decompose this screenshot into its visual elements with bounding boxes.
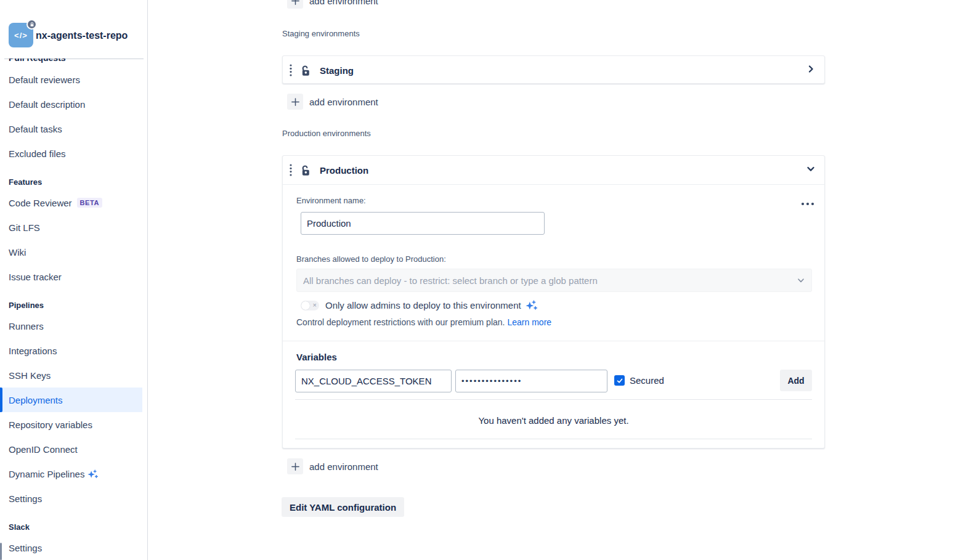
sidebar-item-settings[interactable]: Settings	[0, 486, 142, 511]
toggle-off-icon: ×	[313, 301, 317, 309]
sidebar-item-dynamic-pipelines[interactable]: Dynamic Pipelines	[0, 461, 142, 486]
add-environment-label: add environment	[309, 461, 378, 472]
repo-name[interactable]: nx-agents-test-repo	[36, 30, 128, 41]
plus-icon	[287, 458, 303, 474]
chevron-down-icon	[797, 276, 805, 285]
production-environments-label: Production environments	[282, 129, 371, 138]
variable-value-input[interactable]	[455, 370, 607, 392]
staging-environment-title: Staging	[320, 65, 354, 76]
branches-select-placeholder: All branches can deploy - to restrict: s…	[303, 275, 797, 286]
secured-label: Secured	[630, 375, 664, 386]
environment-options-button[interactable]	[800, 196, 816, 209]
sidebar-label: Settings	[9, 543, 42, 553]
sidebar-item-settings[interactable]: Settings	[0, 535, 142, 560]
add-environment-label: add environment	[309, 97, 378, 107]
add-variable-button[interactable]: Add	[780, 370, 812, 391]
variables-empty-text: You haven't added any variables yet.	[283, 415, 824, 426]
sidebar-item-default-reviewers[interactable]: Default reviewers	[0, 67, 142, 92]
sidebar-label: SSH Keys	[9, 370, 51, 381]
staging-environments-label: Staging environments	[282, 29, 360, 38]
lock-icon	[30, 22, 35, 27]
unlock-icon	[299, 64, 312, 77]
production-card-header[interactable]: Production	[283, 156, 824, 184]
variables-divider	[295, 399, 812, 400]
ellipsis-icon	[801, 202, 814, 206]
sidebar-label: Git LFS	[9, 222, 40, 233]
drag-handle-icon[interactable]	[289, 163, 293, 177]
sidebar-label: OpenID Connect	[9, 444, 78, 455]
code-icon: </>	[14, 31, 28, 40]
sidebar-label: Features	[9, 177, 42, 187]
chevron-down-icon[interactable]	[806, 164, 816, 176]
drag-handle-icon[interactable]	[289, 63, 293, 77]
section-divider	[283, 341, 824, 341]
secured-checkbox-wrap[interactable]: Secured	[614, 375, 664, 386]
sparkle-icon	[87, 469, 98, 479]
production-card-body: Environment name: Branches allowed to de…	[283, 184, 824, 448]
sidebar-item-deployments[interactable]: Deployments	[0, 388, 142, 412]
branches-select[interactable]: All branches can deploy - to restrict: s…	[296, 269, 812, 292]
deployments-settings-main: add environment Staging environments Sta…	[148, 0, 958, 560]
sidebar-section-features: Features	[0, 166, 142, 190]
plus-icon	[287, 0, 303, 9]
sidebar-label: Runners	[9, 321, 44, 331]
variable-name-input[interactable]	[295, 370, 452, 392]
sidebar-label: Code Reviewer	[9, 198, 72, 208]
premium-sparkle-icon	[526, 299, 537, 311]
beta-badge: BETA	[77, 198, 103, 208]
repo-avatar[interactable]: </>	[9, 23, 33, 47]
secured-checkbox[interactable]	[614, 375, 625, 386]
environment-name-input[interactable]	[301, 212, 545, 235]
staging-card-header[interactable]: Staging	[283, 56, 824, 84]
sidebar-item-issue-tracker[interactable]: Issue tracker	[0, 264, 142, 289]
sidebar-item-default-description[interactable]: Default description	[0, 92, 142, 116]
admin-only-toggle-row: × Only allow admins to deploy to this en…	[301, 299, 537, 311]
repo-header: </> nx-agents-test-repo	[0, 0, 147, 59]
sidebar-label: Issue tracker	[9, 272, 62, 282]
sidebar-section-slack: Slack	[0, 511, 142, 535]
sidebar-item-repository-variables[interactable]: Repository variables	[0, 412, 142, 437]
environment-name-label: Environment name:	[296, 196, 366, 205]
sidebar-label: Default description	[9, 99, 85, 110]
sidebar-nav: Pull RequestsDefault reviewersDefault de…	[0, 48, 142, 560]
sidebar-section-pipelines: Pipelines	[0, 289, 142, 314]
sidebar-item-excluded-files[interactable]: Excluded files	[0, 141, 142, 166]
admin-only-toggle-label: Only allow admins to deploy to this envi…	[325, 300, 521, 310]
sidebar-item-openid-connect[interactable]: OpenID Connect	[0, 437, 142, 461]
sidebar-item-git-lfs[interactable]: Git LFS	[0, 215, 142, 240]
plus-icon	[287, 94, 303, 110]
sidebar-item-wiki[interactable]: Wiki	[0, 240, 142, 264]
variables-divider	[295, 439, 812, 439]
sidebar-label: Slack	[9, 522, 30, 532]
sidebar-item-ssh-keys[interactable]: SSH Keys	[0, 363, 142, 388]
settings-sidebar: </> nx-agents-test-repo Pull RequestsDef…	[0, 0, 148, 560]
check-icon	[616, 377, 623, 384]
variables-heading: Variables	[296, 352, 337, 362]
unlock-icon	[299, 164, 312, 177]
sidebar-item-default-tasks[interactable]: Default tasks	[0, 116, 142, 141]
sidebar-label: Default tasks	[9, 124, 62, 134]
add-environment-button-production[interactable]: add environment	[287, 458, 378, 474]
sidebar-label: Deployments	[9, 395, 63, 405]
sidebar-label: Dynamic Pipelines	[9, 469, 84, 479]
sidebar-item-code-reviewer[interactable]: Code ReviewerBETA	[0, 190, 142, 215]
premium-plan-text: Control deployment restrictions with our…	[296, 317, 505, 327]
private-lock-badge	[26, 19, 37, 30]
add-environment-label: add environment	[309, 0, 378, 6]
sidebar-label: Pipelines	[9, 301, 44, 310]
add-environment-button-staging[interactable]: add environment	[287, 94, 378, 110]
branches-allowed-label: Branches allowed to deploy to Production…	[296, 254, 446, 264]
sidebar-scrollbar-thumb[interactable]	[0, 543, 2, 560]
chevron-right-icon[interactable]	[806, 64, 816, 76]
sidebar-label: Repository variables	[9, 420, 92, 430]
sidebar-label: Integrations	[9, 346, 57, 356]
add-environment-button-top[interactable]: add environment	[287, 0, 378, 9]
edit-yaml-configuration-button[interactable]: Edit YAML configuration	[282, 497, 404, 517]
learn-more-link[interactable]: Learn more	[507, 317, 551, 327]
sidebar-item-integrations[interactable]: Integrations	[0, 338, 142, 363]
staging-environment-card: Staging	[282, 55, 825, 84]
sidebar-label: Excluded files	[9, 148, 66, 159]
admin-only-toggle[interactable]: ×	[301, 301, 319, 310]
sidebar-label: Settings	[9, 493, 42, 504]
sidebar-item-runners[interactable]: Runners	[0, 314, 142, 338]
